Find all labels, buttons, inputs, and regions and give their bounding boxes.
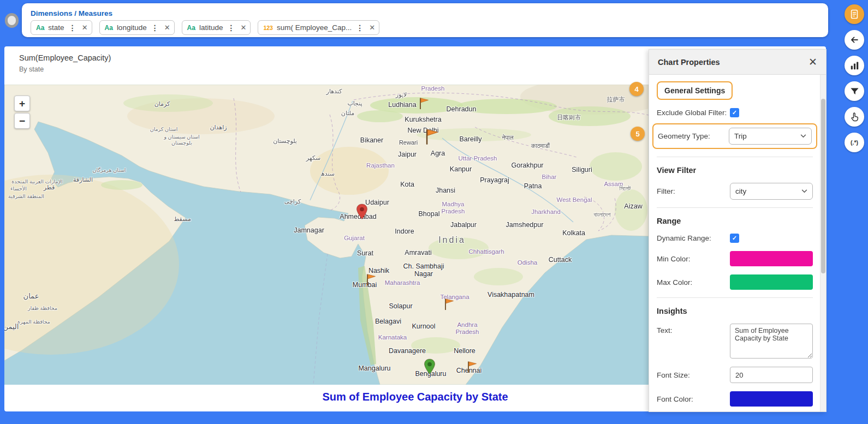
exclude-global-filter-checkbox[interactable]: ✓	[730, 108, 739, 117]
report-button[interactable]	[845, 4, 864, 24]
chart-button[interactable]	[845, 56, 864, 75]
insight-text-row: Text: Sum of Employee Capacity by State	[657, 324, 813, 359]
field-chip[interactable]: 123sum( Employee_Cap...⋮✕	[258, 20, 379, 35]
filter-select[interactable]: city	[730, 183, 813, 200]
chip-remove-icon[interactable]: ✕	[163, 23, 170, 32]
map-label: Dehradun	[447, 105, 477, 113]
insight-text-input[interactable]: Sum of Employee Capacity by State	[730, 324, 813, 359]
map-label: الإمارات العربية المتحدة	[11, 179, 62, 185]
map-marker-flag[interactable]	[419, 97, 430, 112]
chip-label: state	[48, 23, 64, 32]
field-chips: Aastate⋮✕Aalongitude⋮✕Aalatitude⋮✕123sum…	[31, 20, 379, 35]
insight-text-label: Text:	[657, 326, 730, 335]
map-label: Bikaner	[360, 136, 383, 144]
chip-menu-icon[interactable]: ⋮	[68, 23, 77, 32]
map-label: Odisha	[518, 259, 537, 266]
chip-menu-icon[interactable]: ⋮	[227, 23, 235, 32]
chip-remove-icon[interactable]: ✕	[239, 23, 246, 32]
exclude-global-filter-label: Exclude Global Filter:	[657, 109, 730, 117]
map-label: Ludhiana	[388, 101, 416, 109]
map-label: Kurnool	[412, 323, 435, 330]
map-label: Visakhapatnam	[487, 291, 534, 298]
chip-remove-icon[interactable]: ✕	[81, 23, 88, 32]
map-label: India	[438, 235, 466, 245]
funnel-icon	[849, 86, 860, 97]
map-label: Bareilly	[460, 135, 482, 143]
map[interactable]: کندهارلاہورPradeshLudhianaDehradunپنجابم…	[4, 85, 649, 385]
close-icon[interactable]: ✕	[808, 56, 817, 68]
map-canvas[interactable]	[4, 85, 649, 385]
field-chip[interactable]: Aalatitude⋮✕	[182, 20, 251, 35]
map-marker-flag[interactable]	[425, 128, 439, 147]
map-label: Madhya Pradesh	[442, 201, 465, 215]
map-label: سکھر	[306, 154, 320, 162]
map-label: Karnataka	[378, 334, 407, 341]
map-label: 日喀则市	[557, 114, 581, 121]
map-marker-pin[interactable]	[356, 204, 368, 222]
map-marker-flag[interactable]	[467, 361, 478, 375]
map-marker-flag[interactable]	[366, 273, 377, 288]
panel-header: Chart Properties ✕	[649, 50, 826, 75]
map-label: বাংলাদেশ	[594, 211, 611, 218]
chip-menu-icon[interactable]: ⋮	[151, 23, 159, 32]
map-label: لاہور	[396, 91, 407, 98]
min-color-row: Min Color:	[657, 251, 813, 266]
geometry-type-select[interactable]: Trip	[729, 128, 812, 145]
general-settings-heading: General Settings	[657, 81, 733, 100]
map-label: Prayagraj	[480, 176, 509, 184]
panel-scrollbar[interactable]	[820, 75, 826, 411]
chip-label: sum( Employee_Cap...	[277, 23, 352, 32]
back-button[interactable]	[845, 30, 864, 50]
map-label: المنطقة الشرقية	[8, 194, 44, 200]
map-label: محافظة ظفار	[28, 306, 57, 312]
map-label: استان سیستان و بلوچستان	[164, 134, 199, 146]
dynamic-range-row: Dynamic Range: ✓	[657, 234, 813, 243]
map-marker-pin[interactable]	[424, 359, 436, 377]
map-label: Mangaluru	[358, 365, 390, 372]
hand-pointer-icon	[849, 111, 860, 122]
map-label: پنجاب	[347, 100, 362, 107]
map-label: سندھ	[320, 170, 335, 177]
chart-subtitle: By state	[19, 65, 44, 73]
zoom-in-button[interactable]: +	[14, 95, 30, 111]
step-badge-4: 4	[629, 82, 644, 96]
drag-handle[interactable]	[5, 13, 19, 28]
map-label: Patna	[524, 182, 542, 190]
font-size-input[interactable]	[730, 367, 813, 383]
filter-button[interactable]	[845, 81, 864, 101]
dynamic-range-checkbox[interactable]: ✓	[730, 234, 739, 243]
map-label: قطر	[44, 184, 55, 191]
map-label: काठमाडौं	[531, 142, 550, 150]
zoom-out-button[interactable]: −	[14, 113, 30, 129]
map-label: Cuttack	[549, 256, 572, 264]
divider	[657, 207, 813, 208]
chevron-down-icon	[800, 134, 806, 138]
font-color-row: Font Color:	[657, 391, 813, 407]
step-badge-5: 5	[631, 127, 645, 141]
regex-button[interactable]: (.*)	[845, 133, 864, 152]
pointer-button[interactable]	[845, 107, 864, 127]
map-label: کراچی	[284, 198, 301, 205]
view-filter-heading: View Filter	[657, 166, 813, 175]
chip-remove-icon[interactable]: ✕	[368, 23, 375, 32]
map-zoom-control: + −	[14, 95, 30, 129]
max-color-swatch[interactable]	[730, 274, 813, 290]
map-label: Jamshedpur	[506, 221, 544, 229]
dynamic-range-label: Dynamic Range:	[657, 234, 730, 242]
min-color-swatch[interactable]	[730, 251, 813, 266]
back-icon	[849, 34, 860, 45]
dimensions-measures-title: Dimensions / Measures	[31, 9, 112, 17]
font-color-swatch[interactable]	[730, 391, 813, 407]
scrollbar-thumb[interactable]	[821, 99, 825, 273]
map-label: Bihar	[542, 174, 557, 181]
chip-menu-icon[interactable]: ⋮	[355, 23, 364, 32]
map-label: Chhattisgarh	[468, 248, 504, 255]
map-marker-flag[interactable]	[444, 298, 455, 313]
map-label: عمان	[23, 292, 39, 301]
map-label: کرمان	[154, 100, 170, 108]
map-label: Aizaw	[624, 202, 642, 210]
map-label: Uttar Pradesh	[459, 155, 497, 162]
map-label: Gujarat	[344, 235, 365, 242]
field-chip[interactable]: Aalongitude⋮✕	[99, 20, 175, 35]
field-chip[interactable]: Aastate⋮✕	[31, 20, 92, 35]
